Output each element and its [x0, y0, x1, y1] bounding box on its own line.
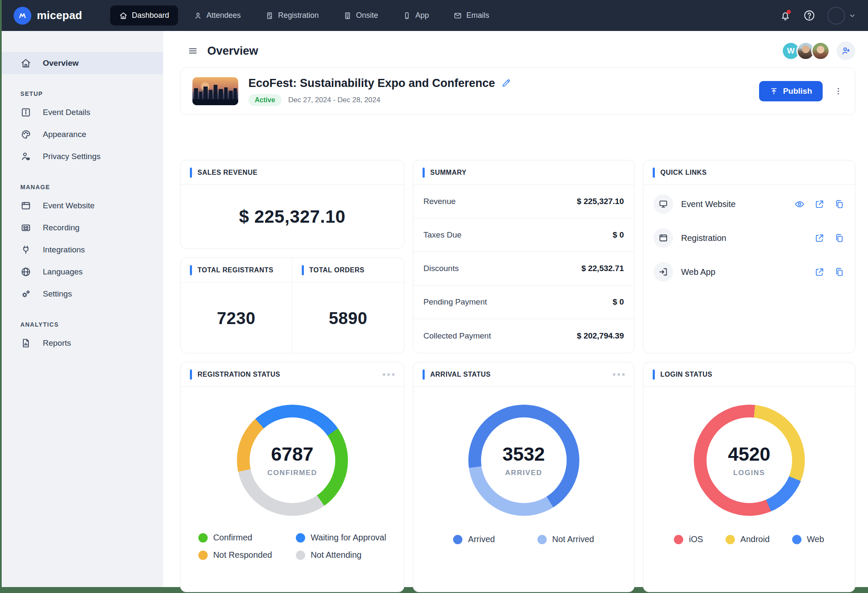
add-member-button[interactable]: [837, 42, 855, 60]
chevron-down-icon[interactable]: [849, 12, 856, 20]
notifications-button[interactable]: [779, 10, 791, 22]
legend-dot: [296, 551, 305, 560]
sidebar-item-recording[interactable]: Recording: [2, 217, 163, 239]
sidebar-item-event-details[interactable]: Event Details: [2, 101, 163, 123]
copy-icon[interactable]: [834, 199, 845, 210]
sidebar-item-overview[interactable]: Overview: [2, 52, 163, 74]
upload-icon: [770, 87, 778, 95]
summary-row: Discounts $ 22,532.71: [413, 252, 634, 285]
sidebar-section-manage: MANAGE: [20, 184, 163, 190]
monitor-icon: [654, 194, 673, 214]
sidebar-item-appearance[interactable]: Appearance: [2, 123, 163, 145]
summary-value: $ 202,794.39: [577, 331, 624, 341]
tab-app[interactable]: App: [394, 6, 438, 25]
summary-value: $ 0: [613, 297, 624, 307]
legend-item: Not Attending: [296, 550, 386, 560]
registrants-orders-card: TOTAL REGISTRANTS 7230 TOTAL ORDERS: [180, 257, 404, 353]
card-title: TOTAL REGISTRANTS: [198, 266, 273, 274]
summary-row: Pending Payment $ 0: [413, 285, 634, 319]
report-icon: [20, 338, 31, 349]
quick-link-label: Event Website: [681, 199, 736, 209]
help-button[interactable]: [803, 9, 815, 22]
quick-links-card: QUICK LINKS Event Website: [643, 160, 855, 353]
edit-pencil-icon[interactable]: [501, 78, 511, 88]
external-link-icon[interactable]: [814, 199, 825, 210]
tab-emails[interactable]: Emails: [445, 6, 498, 25]
login-status-donut-chart: 4520 LOGINS: [694, 405, 805, 516]
tab-attendees[interactable]: Attendees: [185, 6, 250, 25]
sales-revenue-card: SALES REVENUE $ 225,327.10: [180, 160, 404, 249]
tab-label: Registration: [278, 11, 319, 20]
info-square-icon: [20, 107, 31, 118]
quick-link-row: Event Website: [643, 189, 855, 219]
card-title: QUICK LINKS: [660, 169, 707, 176]
sidebar-item-event-website[interactable]: Event Website: [2, 195, 163, 217]
external-link-icon[interactable]: [814, 233, 825, 243]
accent-bar: [653, 369, 655, 380]
quick-link-label: Web App: [681, 267, 715, 277]
card-menu-icon[interactable]: [613, 373, 625, 376]
legend-item: Not Arrived: [537, 534, 594, 544]
tab-registration[interactable]: Registration: [256, 6, 328, 25]
sidebar-item-reports[interactable]: Reports: [2, 332, 163, 354]
user-avatar[interactable]: [827, 7, 845, 25]
registration-status-donut-chart: 6787 CONFIRMED: [237, 405, 348, 516]
status-badge: Active: [248, 94, 281, 106]
avatar[interactable]: [811, 42, 830, 60]
sidebar-item-languages[interactable]: Languages: [2, 261, 163, 283]
sidebar-item-privacy-settings[interactable]: Privacy Settings: [2, 145, 163, 168]
card-menu-icon[interactable]: [383, 373, 395, 376]
app-window: micepad Dashboard Attendees Registration…: [2, 0, 868, 593]
accent-bar: [423, 369, 425, 380]
top-nav: micepad Dashboard Attendees Registration…: [2, 0, 868, 31]
registration-status-card: REGISTRATION STATUS 6787 CONFIRMED: [180, 362, 404, 592]
legend: Confirmed Waiting for Approval Not Respo…: [181, 533, 404, 560]
summary-card: SUMMARY Revenue $ 225,327.10 Taxes Due $…: [413, 160, 634, 353]
preview-eye-icon[interactable]: [794, 199, 805, 210]
legend-dot: [453, 535, 462, 544]
sidebar-item-integrations[interactable]: Integrations: [2, 239, 163, 261]
sidebar-item-label: Overview: [43, 59, 79, 68]
legend-item: Waiting for Approval: [296, 533, 386, 543]
copy-icon[interactable]: [834, 233, 845, 243]
legend-dot: [792, 535, 801, 544]
main-content: Overview W: [163, 31, 868, 593]
summary-label: Revenue: [423, 197, 456, 206]
accent-bar: [653, 168, 655, 178]
tab-label: Attendees: [206, 11, 241, 20]
quick-link-label: Registration: [681, 233, 726, 243]
kebab-menu-icon[interactable]: [834, 87, 843, 96]
tab-label: App: [415, 11, 429, 20]
publish-button[interactable]: Publish: [759, 81, 823, 101]
sidebar-section-setup: SETUP: [20, 90, 163, 97]
tab-onsite[interactable]: Onsite: [334, 6, 387, 25]
sidebar-item-label: Reports: [43, 338, 71, 348]
tab-dashboard[interactable]: Dashboard: [110, 6, 178, 25]
legend: Arrived Not Arrived: [413, 534, 634, 544]
envelope-icon: [453, 11, 462, 20]
page-title: Overview: [207, 45, 258, 58]
summary-label: Taxes Due: [423, 230, 462, 240]
event-dates: Dec 27, 2024 - Dec 28, 2024: [288, 96, 380, 104]
summary-value: $ 22,532.71: [581, 264, 624, 273]
privacy-user-icon: [20, 151, 31, 162]
team-avatars: W: [782, 42, 855, 60]
sales-revenue-value: $ 225,327.10: [239, 207, 345, 227]
event-card: EcoFest: Sustainability Expo and Confere…: [180, 67, 855, 115]
sidebar-item-label: Recording: [43, 223, 80, 232]
hamburger-menu-icon[interactable]: [188, 46, 198, 56]
donut-value: 6787: [271, 443, 313, 465]
summary-value: $ 225,327.10: [577, 197, 624, 206]
external-link-icon[interactable]: [814, 267, 825, 277]
legend-dot: [296, 533, 305, 543]
tab-label: Emails: [466, 11, 489, 20]
sidebar-item-label: Integrations: [43, 245, 85, 255]
donut-label: CONFIRMED: [267, 469, 317, 477]
browser-icon: [20, 200, 31, 211]
sidebar-item-settings[interactable]: Settings: [2, 283, 163, 305]
legend-dot: [674, 535, 683, 544]
palette-icon: [20, 129, 31, 140]
copy-icon[interactable]: [834, 267, 845, 277]
summary-label: Pending Payment: [423, 297, 487, 307]
smartphone-icon: [403, 11, 411, 20]
